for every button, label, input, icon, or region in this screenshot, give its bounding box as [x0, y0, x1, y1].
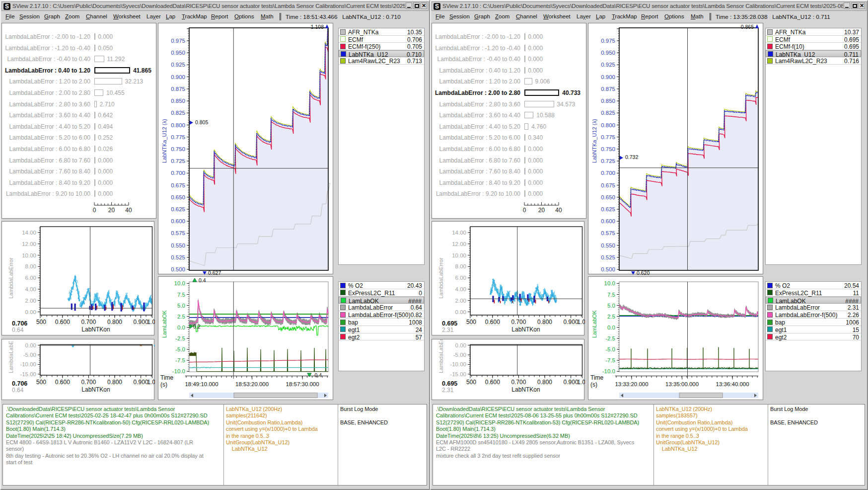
svg-text:0.695: 0.695: [442, 320, 457, 327]
svg-text:0.600: 0.600: [485, 379, 500, 386]
svg-text:18:49:10.000: 18:49:10.000: [185, 381, 218, 387]
svg-text:5.0: 5.0: [177, 303, 185, 309]
svg-text:5.0: 5.0: [607, 303, 615, 309]
svg-text:0.950: 0.950: [601, 50, 615, 56]
svg-text:500: 500: [466, 319, 476, 326]
svg-text:0.500: 0.500: [601, 266, 615, 272]
svg-text:0.600: 0.600: [485, 319, 500, 326]
svg-text:-15.00: -15.00: [450, 371, 466, 377]
svg-text:0.875: 0.875: [601, 86, 615, 92]
svg-text:0.800: 0.800: [601, 122, 615, 128]
svg-text:500: 500: [36, 319, 46, 326]
svg-text:0.0: 0.0: [607, 325, 615, 330]
svg-text:10.0: 10.0: [174, 280, 185, 286]
svg-text:0.900: 0.900: [171, 74, 185, 80]
svg-text:LabNTKon: LabNTKon: [511, 386, 540, 393]
svg-text:0: 0: [523, 207, 526, 214]
svg-text:0.700: 0.700: [511, 319, 526, 326]
svg-text:-10.0: -10.0: [172, 368, 185, 374]
svg-text:0.00: 0.00: [455, 309, 466, 315]
svg-text:0.700: 0.700: [81, 379, 96, 386]
svg-text:0.800: 0.800: [537, 379, 552, 386]
svg-text:0.525: 0.525: [171, 254, 185, 260]
svg-text:0.825: 0.825: [601, 110, 615, 116]
svg-text:-5.0: -5.0: [605, 346, 615, 352]
svg-text:0.695: 0.695: [442, 380, 457, 387]
svg-text:0.725: 0.725: [171, 158, 185, 164]
svg-text:0.4: 0.4: [199, 277, 206, 283]
svg-text:-15.00: -15.00: [20, 371, 36, 377]
svg-text:14.00: 14.00: [452, 230, 466, 236]
svg-text:2.00: 2.00: [455, 298, 466, 304]
svg-text:8.00: 8.00: [25, 263, 36, 269]
svg-text:7.5: 7.5: [177, 292, 185, 298]
svg-text:-5.0: -5.0: [175, 346, 185, 352]
svg-text:0.900: 0.900: [134, 319, 148, 326]
svg-text:0.675: 0.675: [601, 182, 615, 188]
svg-text:2.00: 2.00: [25, 298, 36, 304]
svg-text:0.925: 0.925: [601, 62, 615, 68]
svg-text:0.625: 0.625: [601, 206, 615, 212]
svg-text:0.975: 0.975: [601, 38, 615, 44]
svg-text:(s): (s): [590, 381, 597, 388]
svg-text:40: 40: [125, 207, 132, 214]
svg-text:0.750: 0.750: [171, 146, 185, 152]
svg-text:0.575: 0.575: [171, 230, 185, 236]
svg-text:-0.4: -0.4: [313, 372, 322, 378]
svg-text:2.5: 2.5: [177, 314, 185, 320]
svg-text:13:33:20.000: 13:33:20.000: [615, 381, 648, 387]
svg-text:0.550: 0.550: [171, 243, 185, 248]
svg-text:0.825: 0.825: [171, 110, 185, 116]
svg-text:0.500: 0.500: [171, 266, 185, 272]
svg-text:0.525: 0.525: [601, 254, 615, 260]
svg-text:1.0: 1.0: [147, 319, 155, 326]
svg-text:0.900: 0.900: [134, 379, 148, 386]
svg-text:0.900: 0.900: [564, 319, 579, 326]
svg-text:13:35:00.000: 13:35:00.000: [665, 381, 699, 387]
svg-text:0.600: 0.600: [171, 218, 185, 224]
svg-text:0.900: 0.900: [564, 379, 579, 386]
svg-text:0.64: 0.64: [12, 327, 24, 333]
svg-text:0.800: 0.800: [107, 319, 122, 326]
svg-text:20: 20: [538, 207, 545, 214]
svg-text:Time: Time: [160, 374, 174, 381]
svg-text:0.875: 0.875: [171, 86, 185, 92]
svg-text:2.5: 2.5: [607, 314, 615, 320]
svg-text:-10.00: -10.00: [20, 361, 36, 367]
svg-text:20: 20: [108, 207, 115, 214]
svg-text:0.700: 0.700: [81, 319, 96, 326]
svg-text:-2.5: -2.5: [175, 335, 185, 341]
svg-text:4.00: 4.00: [25, 286, 36, 292]
svg-text:6.00: 6.00: [25, 275, 36, 281]
svg-text:1.108: 1.108: [311, 24, 324, 30]
svg-text:0.775: 0.775: [601, 134, 615, 140]
svg-text:LabNTKon: LabNTKon: [81, 386, 110, 393]
svg-text:Time: Time: [590, 374, 604, 381]
svg-text:0.00: 0.00: [25, 342, 36, 348]
svg-text:0.950: 0.950: [171, 50, 185, 56]
svg-text:0.575: 0.575: [601, 230, 615, 236]
svg-text:0.800: 0.800: [537, 319, 552, 326]
svg-text:-2.5: -2.5: [605, 335, 615, 341]
svg-text:0: 0: [93, 207, 96, 214]
svg-text:-5.00: -5.00: [23, 352, 36, 358]
svg-text:-7.5: -7.5: [175, 357, 185, 363]
svg-text:4.00: 4.00: [455, 286, 466, 292]
svg-text:0.850: 0.850: [601, 98, 615, 104]
svg-text:6.00: 6.00: [455, 275, 466, 281]
svg-text:0.627: 0.627: [208, 270, 221, 275]
svg-text:500: 500: [466, 379, 476, 386]
svg-text:2.31: 2.31: [442, 327, 454, 333]
svg-text:0.775: 0.775: [171, 134, 185, 140]
svg-text:0.975: 0.975: [171, 38, 185, 44]
svg-text:0.706: 0.706: [12, 320, 27, 327]
svg-text:LabNTKon: LabNTKon: [511, 326, 540, 333]
svg-text:0.700: 0.700: [171, 170, 185, 176]
svg-text:0.750: 0.750: [601, 146, 615, 152]
svg-text:0.650: 0.650: [171, 194, 185, 200]
svg-text:0.600: 0.600: [601, 218, 615, 224]
svg-text:0.700: 0.700: [511, 379, 526, 386]
svg-text:0.0: 0.0: [177, 325, 185, 330]
svg-text:1.0: 1.0: [577, 379, 585, 386]
svg-text:0.732: 0.732: [625, 154, 638, 160]
